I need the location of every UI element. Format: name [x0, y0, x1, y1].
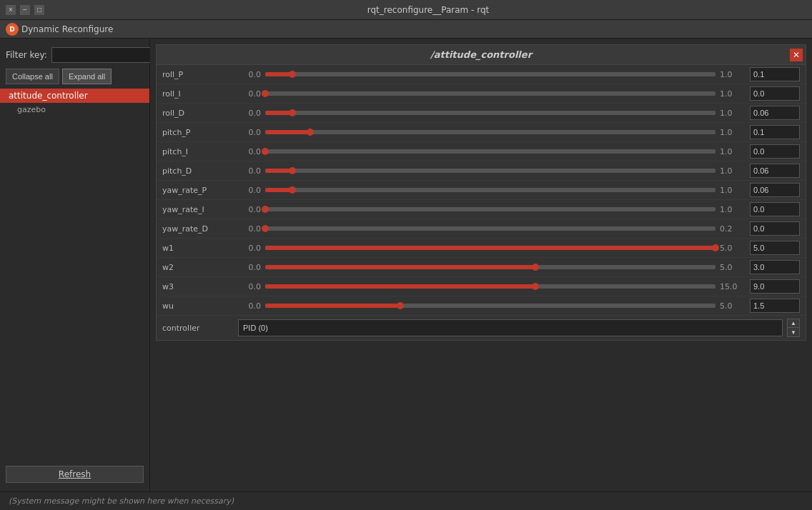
param-min-w3: 0.0 — [238, 282, 261, 291]
param-slider-roll_I — [265, 88, 716, 99]
slider-thumb-roll_P[interactable] — [289, 71, 296, 78]
main-layout: Filter key: Collapse all Expand all atti… — [0, 39, 812, 491]
slider-thumb-yaw_rate_P[interactable] — [289, 186, 296, 194]
param-slider-pitch_D — [265, 165, 716, 176]
param-min-yaw_rate_D: 0.0 — [238, 224, 261, 234]
param-value-roll_I[interactable] — [750, 86, 800, 101]
panel-title: /attitude_controller — [430, 49, 532, 60]
param-slider-yaw_rate_I — [265, 204, 716, 215]
param-value-yaw_rate_P[interactable] — [750, 183, 800, 197]
param-min-roll_P: 0.0 — [238, 70, 261, 79]
slider-thumb-wu[interactable] — [397, 302, 404, 309]
slider-track-yaw_rate_D — [265, 226, 716, 231]
slider-track-yaw_rate_I — [265, 207, 716, 211]
controller-select[interactable]: PID (0) — [238, 319, 783, 336]
param-min-yaw_rate_I: 0.0 — [238, 205, 261, 214]
collapse-all-button[interactable]: Collapse all — [6, 69, 59, 84]
param-row-pitch_I: pitch_I 0.0 1.0 — [157, 142, 806, 161]
param-label-roll_D: roll_D — [162, 109, 234, 118]
slider-thumb-pitch_P[interactable] — [307, 129, 314, 136]
param-label-pitch_D: pitch_D — [162, 166, 234, 176]
refresh-button[interactable]: Refresh — [6, 466, 144, 483]
sidebar: Filter key: Collapse all Expand all atti… — [0, 39, 150, 491]
slider-fill-w2 — [265, 265, 535, 269]
titlebar-controls: × − □ — [6, 5, 44, 15]
slider-thumb-roll_D[interactable] — [289, 109, 296, 116]
param-row-yaw_rate_P: yaw_rate_P 0.0 1.0 — [157, 181, 806, 200]
controller-down-button[interactable]: ▼ — [788, 328, 799, 336]
param-value-wu[interactable] — [750, 299, 800, 313]
param-max-yaw_rate_P: 1.0 — [720, 186, 746, 195]
expand-all-button[interactable]: Expand all — [62, 69, 112, 84]
param-value-yaw_rate_I[interactable] — [750, 202, 800, 216]
param-slider-pitch_I — [265, 146, 716, 157]
param-row-roll_D: roll_D 0.0 1.0 — [157, 104, 806, 123]
slider-track-w3 — [265, 284, 716, 289]
slider-fill-w1 — [265, 246, 716, 250]
param-value-roll_D[interactable] — [750, 106, 800, 120]
slider-thumb-pitch_I[interactable] — [262, 148, 269, 155]
slider-track-roll_D — [265, 111, 716, 115]
param-min-roll_I: 0.0 — [238, 89, 261, 99]
slider-track-pitch_D — [265, 169, 716, 173]
param-max-pitch_D: 1.0 — [720, 166, 746, 176]
menubar: D Dynamic Reconfigure — [0, 20, 812, 39]
slider-thumb-w2[interactable] — [532, 264, 539, 271]
minimize-button[interactable]: − — [20, 5, 30, 15]
slider-track-roll_I — [265, 91, 716, 96]
sidebar-spacer — [0, 116, 149, 463]
param-value-roll_P[interactable] — [750, 67, 800, 81]
param-label-pitch_I: pitch_I — [162, 147, 234, 156]
param-min-wu: 0.0 — [238, 301, 261, 311]
filter-input[interactable] — [51, 47, 166, 63]
param-max-roll_I: 1.0 — [720, 89, 746, 99]
param-max-wu: 5.0 — [720, 301, 746, 311]
statusbar: (System message might be shown here when… — [0, 491, 812, 510]
slider-thumb-w3[interactable] — [532, 283, 539, 290]
param-value-pitch_D[interactable] — [750, 164, 800, 178]
param-value-pitch_P[interactable] — [750, 125, 800, 139]
filter-row: Filter key: — [0, 44, 149, 66]
content-area: /attitude_controller ✕ roll_P 0.0 1.0 ro… — [150, 39, 812, 491]
panel-close-button[interactable]: ✕ — [790, 49, 803, 61]
param-value-w2[interactable] — [750, 260, 800, 274]
slider-thumb-pitch_D[interactable] — [289, 167, 296, 174]
slider-fill-w3 — [265, 284, 535, 289]
param-value-w1[interactable] — [750, 241, 800, 255]
status-message: (System message might be shown here when… — [9, 496, 234, 506]
slider-thumb-yaw_rate_D[interactable] — [262, 225, 269, 232]
close-button[interactable]: × — [6, 5, 16, 15]
slider-thumb-roll_I[interactable] — [262, 90, 269, 97]
controller-up-button[interactable]: ▲ — [788, 319, 799, 328]
controller-label: controller — [162, 324, 234, 333]
param-value-w3[interactable] — [750, 279, 800, 294]
param-row-yaw_rate_D: yaw_rate_D 0.0 0.2 — [157, 219, 806, 239]
param-label-yaw_rate_P: yaw_rate_P — [162, 186, 234, 195]
param-label-wu: wu — [162, 301, 234, 311]
param-min-pitch_I: 0.0 — [238, 147, 261, 156]
param-slider-pitch_P — [265, 126, 716, 138]
param-max-w1: 5.0 — [720, 244, 746, 253]
tree-item-gazebo[interactable]: gazebo — [0, 103, 149, 116]
slider-fill-wu — [265, 304, 400, 308]
param-label-yaw_rate_D: yaw_rate_D — [162, 224, 234, 234]
param-label-pitch_P: pitch_P — [162, 128, 234, 137]
slider-thumb-yaw_rate_I[interactable] — [262, 206, 269, 213]
tree-item-attitude-controller[interactable]: attitude_controller — [0, 89, 149, 103]
maximize-button[interactable]: □ — [34, 5, 44, 15]
param-max-yaw_rate_I: 1.0 — [720, 205, 746, 214]
param-min-roll_D: 0.0 — [238, 109, 261, 118]
param-label-w3: w3 — [162, 282, 234, 291]
window-title: rqt_reconfigure__Param - rqt — [50, 5, 806, 15]
filter-label: Filter key: — [6, 50, 47, 60]
slider-thumb-w1[interactable] — [712, 244, 719, 251]
param-value-pitch_I[interactable] — [750, 144, 800, 159]
collapse-expand-row: Collapse all Expand all — [0, 69, 149, 84]
param-max-w3: 15.0 — [720, 282, 746, 291]
param-value-yaw_rate_D[interactable] — [750, 221, 800, 236]
param-max-yaw_rate_D: 0.2 — [720, 224, 746, 234]
param-row-w1: w1 0.0 5.0 — [157, 239, 806, 258]
param-row-wu: wu 0.0 5.0 — [157, 296, 806, 316]
panel-header: /attitude_controller ✕ — [157, 45, 806, 65]
titlebar: × − □ rqt_reconfigure__Param - rqt — [0, 0, 812, 20]
